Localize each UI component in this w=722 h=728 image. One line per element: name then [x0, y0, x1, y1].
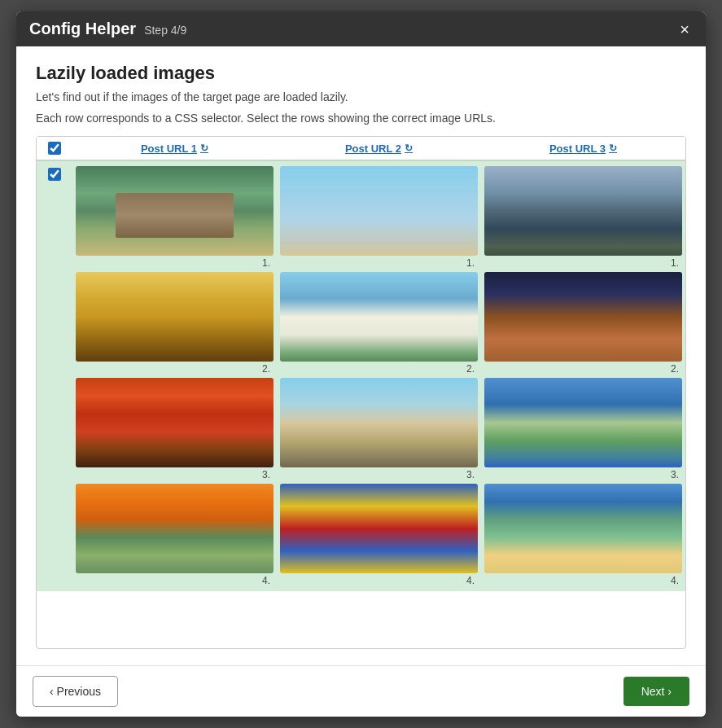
img-item-col2-1: [280, 166, 478, 256]
modal-body: Lazily loaded images Let's find out if t…: [16, 46, 706, 665]
section-title: Lazily loaded images: [36, 63, 686, 84]
img-num-c3-4: 4.: [484, 575, 682, 586]
image-mountain: [484, 166, 682, 256]
header-checkbox-cell: [37, 142, 72, 155]
refresh-icon-3: ↻: [609, 143, 617, 154]
close-button[interactable]: ×: [676, 21, 693, 37]
post-url-3-label: Post URL 3: [549, 143, 606, 155]
image-flags: [280, 484, 478, 573]
modal-title-group: Config Helper Step 4/9: [29, 20, 186, 38]
img-item-col2-2: [280, 272, 478, 362]
img-num-1: 1.: [76, 257, 273, 269]
img-item-col3-3: [484, 378, 682, 467]
img-num-c2-1: 1.: [280, 257, 478, 269]
img-num-c2-4: 4.: [280, 575, 478, 586]
image-rio-aerial: [484, 378, 682, 467]
modal-step: Step 4/9: [144, 24, 186, 37]
image-cowboy: [280, 166, 478, 256]
post-url-1-label: Post URL 1: [141, 143, 197, 155]
image-pavilion: [76, 484, 273, 573]
image-table: Post URL 1 ↻ Post URL 2 ↻ Post URL 3 ↻: [36, 136, 686, 649]
image-chef: [484, 272, 682, 362]
img-item-col3-1: [484, 166, 682, 256]
row-checkbox[interactable]: [48, 168, 61, 181]
img-item-col3-4: [484, 484, 682, 573]
image-capitol: [280, 272, 478, 362]
refresh-icon-2: ↻: [405, 143, 413, 154]
img-item-col1-2: [76, 272, 273, 362]
previous-button[interactable]: ‹ Previous: [33, 676, 118, 707]
description-1: Let's find out if the images of the targ…: [36, 90, 686, 103]
img-num-c3-2: 2.: [484, 363, 682, 375]
table-header: Post URL 1 ↻ Post URL 2 ↻ Post URL 3 ↻: [37, 137, 685, 160]
img-num-c2-2: 2.: [280, 363, 478, 375]
img-num-c3-1: 1.: [484, 257, 682, 269]
image-torii: [76, 378, 273, 467]
images-col3: 1. 2. 3. 4.: [481, 161, 685, 591]
header-cell-1: Post URL 1 ↻: [72, 142, 277, 155]
post-url-2-link[interactable]: Post URL 2 ↻: [345, 143, 413, 155]
image-city-street: [280, 378, 478, 467]
header-cell-3: Post URL 3 ↻: [481, 142, 685, 155]
images-col2: 1. 2. 3. 4.: [277, 161, 481, 591]
header-checkbox[interactable]: [48, 142, 61, 155]
config-helper-modal: Config Helper Step 4/9 × Lazily loaded i…: [16, 11, 706, 717]
post-url-3-link[interactable]: Post URL 3 ↻: [549, 143, 617, 155]
img-num-c3-3: 3.: [484, 469, 682, 480]
modal-title: Config Helper: [29, 20, 136, 38]
images-col1: 1. 2. 3. 4.: [72, 161, 277, 591]
img-num-c2-3: 3.: [280, 469, 478, 480]
modal-footer: ‹ Previous Next ›: [16, 665, 706, 717]
refresh-icon-1: ↻: [200, 143, 208, 154]
img-item-col1-1: [76, 166, 273, 256]
table-row: 1. 2. 3. 4.: [37, 160, 685, 591]
header-cell-2: Post URL 2 ↻: [277, 142, 481, 155]
modal-header: Config Helper Step 4/9 ×: [16, 11, 706, 46]
img-num-3: 3.: [76, 469, 273, 480]
img-num-4: 4.: [76, 575, 273, 586]
img-num-2: 2.: [76, 363, 273, 375]
post-url-1-link[interactable]: Post URL 1 ↻: [141, 143, 208, 155]
row-checkbox-cell: [37, 161, 72, 591]
img-item-col1-3: [76, 378, 273, 467]
img-item-col1-4: [76, 484, 273, 573]
description-2: Each row corresponds to a CSS selector. …: [36, 112, 686, 125]
image-rio-beach: [484, 484, 682, 573]
image-gate: [76, 272, 273, 362]
post-url-2-label: Post URL 2: [345, 143, 401, 155]
img-item-col3-2: [484, 272, 682, 362]
image-japanese-temple: [76, 166, 273, 256]
img-item-col2-4: [280, 484, 478, 573]
img-item-col2-3: [280, 378, 478, 467]
next-button[interactable]: Next ›: [624, 677, 689, 706]
